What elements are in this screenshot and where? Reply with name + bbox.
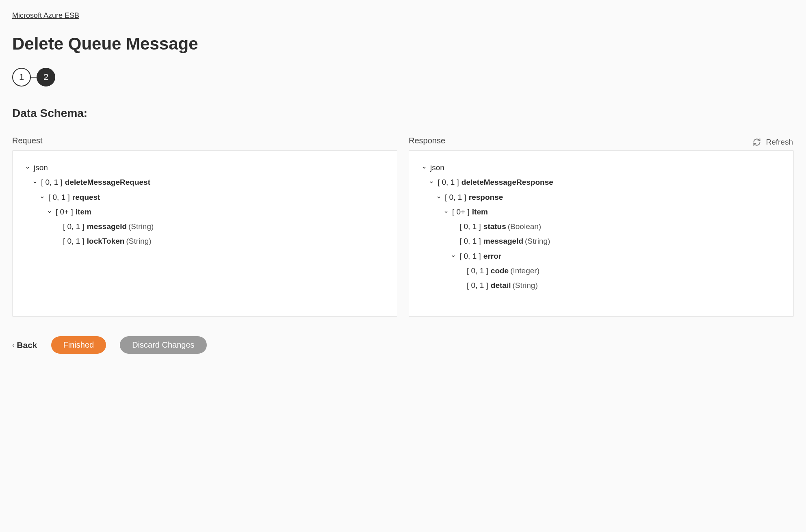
cardinality: [ 0, 1 ]	[445, 191, 466, 204]
tree-node[interactable]: [ 0, 1 ] error	[421, 249, 781, 264]
tree-node-type: (String)	[128, 220, 154, 233]
chevron-down-icon[interactable]	[451, 253, 456, 259]
cardinality: [ 0+ ]	[56, 205, 73, 218]
discard-changes-button[interactable]: Discard Changes	[120, 336, 206, 354]
page-title: Delete Queue Message	[12, 34, 794, 54]
request-panel-box: json [ 0, 1 ] deleteMessageRequest [ 0, …	[12, 150, 397, 317]
chevron-down-icon[interactable]	[47, 209, 52, 215]
chevron-down-icon[interactable]	[25, 165, 30, 171]
chevron-down-icon[interactable]	[443, 209, 449, 215]
chevron-left-icon: ‹	[12, 342, 14, 349]
cardinality: [ 0, 1 ]	[48, 191, 70, 204]
request-panel: Request json [ 0, 1 ] deleteMessageReque…	[12, 151, 397, 317]
cardinality: [ 0, 1 ]	[459, 235, 481, 248]
response-panel-box: json [ 0, 1 ] deleteMessageResponse [ 0,…	[409, 150, 794, 317]
tree-node-name: messageId	[483, 235, 523, 248]
cardinality: [ 0, 1 ]	[459, 250, 481, 263]
tree-node-name: messageId	[87, 220, 127, 233]
cardinality: [ 0, 1 ]	[467, 279, 488, 292]
tree-node[interactable]: [ 0, 1 ] response	[421, 190, 781, 205]
chevron-down-icon[interactable]	[429, 179, 434, 185]
tree-node-type: (String)	[126, 235, 151, 248]
tree-node-name: item	[76, 205, 91, 218]
step-1[interactable]: 1	[12, 68, 31, 87]
tree-node-name: error	[483, 250, 501, 263]
cardinality: [ 0, 1 ]	[467, 264, 488, 277]
tree-node-label: json	[430, 161, 444, 174]
tree-node-name: detail	[491, 279, 511, 292]
tree-leaf[interactable]: [ 0, 1 ] status (Boolean)	[421, 219, 781, 234]
cardinality: [ 0+ ]	[452, 205, 470, 218]
tree-node-type: (String)	[525, 235, 550, 248]
tree-node-name: lockToken	[87, 235, 125, 248]
step-2[interactable]: 2	[37, 68, 55, 87]
tree-leaf[interactable]: [ 0, 1 ] messageId (String)	[421, 234, 781, 249]
chevron-down-icon[interactable]	[436, 195, 442, 200]
tree-node-type: (Integer)	[510, 264, 540, 277]
tree-leaf[interactable]: [ 0, 1 ] detail (String)	[421, 278, 781, 293]
cardinality: [ 0, 1 ]	[459, 220, 481, 233]
stepper: 1 2	[12, 68, 794, 87]
breadcrumb-link[interactable]: Microsoft Azure ESB	[12, 11, 79, 20]
chevron-down-icon[interactable]	[421, 165, 427, 171]
response-panel-label: Response	[409, 136, 794, 145]
chevron-down-icon[interactable]	[39, 195, 45, 200]
cardinality: [ 0, 1 ]	[63, 235, 84, 248]
footer: ‹ Back Finished Discard Changes	[12, 336, 794, 354]
tree-node-type: (String)	[512, 279, 537, 292]
tree-node-name: deleteMessageRequest	[65, 176, 150, 189]
back-button[interactable]: ‹ Back	[12, 340, 37, 350]
section-heading: Data Schema:	[12, 107, 794, 120]
tree-node-type: (Boolean)	[508, 220, 541, 233]
tree-leaf[interactable]: [ 0, 1 ] code (Integer)	[421, 264, 781, 278]
tree-node-label: json	[34, 161, 48, 174]
finished-button[interactable]: Finished	[51, 336, 106, 354]
tree-node-root[interactable]: json	[25, 160, 385, 175]
back-label: Back	[17, 340, 37, 350]
tree-node-name: item	[472, 205, 488, 218]
tree-node[interactable]: [ 0, 1 ] deleteMessageResponse	[421, 175, 781, 190]
tree-node-name: status	[483, 220, 506, 233]
cardinality: [ 0, 1 ]	[438, 176, 459, 189]
tree-node[interactable]: [ 0, 1 ] deleteMessageRequest	[25, 175, 385, 190]
tree-leaf[interactable]: [ 0, 1 ] messageId (String)	[25, 219, 385, 234]
chevron-down-icon[interactable]	[32, 179, 38, 185]
request-panel-label: Request	[12, 136, 397, 145]
tree-node-name: response	[469, 191, 503, 204]
tree-node-name: code	[491, 264, 509, 277]
tree-node-name: deleteMessageResponse	[462, 176, 553, 189]
tree-node[interactable]: [ 0+ ] item	[421, 205, 781, 219]
tree-node-root[interactable]: json	[421, 160, 781, 175]
tree-node-name: request	[72, 191, 100, 204]
tree-node[interactable]: [ 0+ ] item	[25, 205, 385, 219]
response-panel: Response json [ 0, 1 ] deleteMessageResp…	[409, 151, 794, 317]
tree-node[interactable]: [ 0, 1 ] request	[25, 190, 385, 205]
tree-leaf[interactable]: [ 0, 1 ] lockToken (String)	[25, 234, 385, 249]
cardinality: [ 0, 1 ]	[41, 176, 63, 189]
step-connector	[31, 77, 37, 78]
cardinality: [ 0, 1 ]	[63, 220, 84, 233]
